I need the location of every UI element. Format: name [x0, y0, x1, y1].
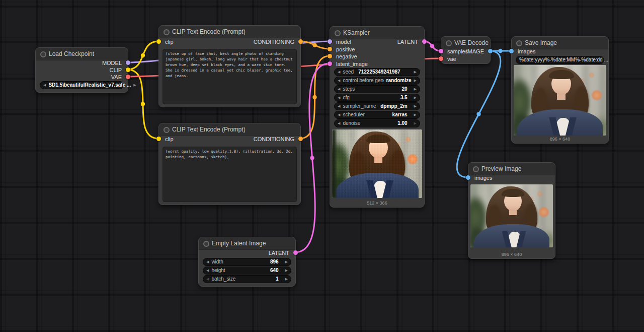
height-widget[interactable]: ◀ height 640 ▶	[203, 267, 291, 275]
input-slot-model[interactable]	[328, 39, 332, 44]
input-label-negative: negative	[336, 53, 357, 59]
node-title-bar[interactable]: VAE Decode	[441, 37, 490, 49]
widget-label: height	[211, 267, 225, 274]
output-slot-conditioning[interactable]	[298, 39, 303, 44]
node-title: Save Image	[525, 37, 557, 49]
node-save-image[interactable]: Save Image images %date:yyyy%-%date:MM%-…	[511, 36, 609, 144]
node-load-checkpoint[interactable]: Load Checkpoint MODEL CLIP VAE ◀ SD1.5\b…	[35, 47, 128, 93]
link-midpoint-dot	[141, 53, 145, 57]
decrement-arrow-icon[interactable]: ◀	[338, 69, 340, 76]
widget-label: scheduler	[343, 111, 364, 118]
next-arrow-icon[interactable]: ▶	[133, 82, 136, 89]
collapse-dot-icon[interactable]	[446, 40, 452, 46]
saved-image-preview	[514, 65, 606, 136]
steps-widget[interactable]: ◀ steps 20 ▶	[334, 85, 420, 93]
decrement-arrow-icon[interactable]: ◀	[206, 258, 209, 265]
node-clip-text-encode-negative[interactable]: CLIP Text Encode (Prompt) clip CONDITION…	[158, 123, 301, 205]
output-slot-latent[interactable]	[293, 250, 298, 255]
output-slot-conditioning[interactable]	[298, 137, 303, 141]
control-after-generate-widget[interactable]: ◀ control before genera... randomize ▶	[334, 77, 420, 85]
cfg-widget[interactable]: ◀ cfg 3.5 ▶	[334, 94, 420, 102]
node-title-bar[interactable]: Load Checkpoint	[36, 48, 128, 60]
next-arrow-icon[interactable]: ▶	[414, 103, 417, 110]
collapse-dot-icon[interactable]	[335, 30, 341, 36]
output-slot-clip[interactable]	[126, 68, 130, 72]
collapse-dot-icon[interactable]	[203, 241, 209, 247]
collapse-dot-icon[interactable]	[40, 51, 46, 57]
increment-arrow-icon[interactable]: ▶	[285, 258, 288, 265]
increment-arrow-icon[interactable]: ▶	[414, 94, 417, 101]
node-title-bar[interactable]: CLIP Text Encode (Prompt)	[159, 26, 300, 38]
input-label-samples: samples	[447, 48, 468, 54]
output-slot-image[interactable]	[488, 49, 493, 53]
node-title: KSampler	[343, 27, 370, 39]
decrement-arrow-icon[interactable]: ◀	[206, 276, 209, 283]
increment-arrow-icon[interactable]: ▶	[285, 267, 288, 274]
filename-prefix-widget[interactable]: %date:yyyy%-%date:MM%-%date:dd ...	[516, 56, 604, 64]
input-label-images: images	[474, 175, 492, 181]
collapse-dot-icon[interactable]	[164, 127, 170, 133]
collapse-dot-icon[interactable]	[516, 40, 522, 46]
increment-arrow-icon[interactable]: ▶	[414, 120, 417, 127]
node-title: VAE Decode	[454, 37, 489, 49]
increment-arrow-icon[interactable]: ▶	[285, 276, 288, 283]
output-slot-latent[interactable]	[422, 39, 427, 44]
increment-arrow-icon[interactable]: ▶	[414, 77, 417, 84]
node-title-bar[interactable]: CLIP Text Encode (Prompt)	[159, 123, 300, 136]
input-slot-positive[interactable]	[328, 47, 332, 51]
link-midpoint-dot	[498, 49, 502, 53]
output-label-image: IMAGE	[466, 48, 484, 54]
decrement-arrow-icon[interactable]: ◀	[338, 77, 340, 84]
decrement-arrow-icon[interactable]: ◀	[206, 267, 209, 274]
node-title-bar[interactable]: Preview Image	[468, 163, 555, 175]
input-slot-samples[interactable]	[439, 49, 443, 53]
input-slot-vae[interactable]	[439, 56, 443, 61]
node-empty-latent-image[interactable]: Empty Latent Image LATENT ◀ width 896 ▶ …	[198, 237, 296, 287]
increment-arrow-icon[interactable]: ▶	[414, 69, 417, 76]
increment-arrow-icon[interactable]: ▶	[414, 86, 417, 93]
negative-prompt-textarea[interactable]: (worst quality, low quality:1.8), (illus…	[163, 147, 297, 202]
decrement-arrow-icon[interactable]: ◀	[338, 86, 340, 93]
node-title-bar[interactable]: KSampler	[330, 27, 424, 39]
scheduler-widget[interactable]: ◀ scheduler karras ▶	[334, 111, 420, 119]
prev-arrow-icon[interactable]: ◀	[338, 111, 340, 118]
link-midpoint-dot	[310, 156, 314, 160]
node-graph-canvas[interactable]: Load Checkpoint MODEL CLIP VAE ◀ SD1.5\b…	[0, 0, 644, 332]
width-widget[interactable]: ◀ width 896 ▶	[203, 258, 291, 266]
preview-image-preview	[470, 184, 553, 247]
decrement-arrow-icon[interactable]: ◀	[338, 94, 340, 101]
input-slot-negative[interactable]	[328, 54, 332, 58]
node-title-bar[interactable]: Empty Latent Image	[199, 237, 295, 250]
input-slot-clip[interactable]	[156, 39, 161, 44]
prev-arrow-icon[interactable]: ◀	[43, 82, 46, 89]
collapse-dot-icon[interactable]	[164, 29, 170, 35]
link-midpoint-dot	[430, 44, 434, 48]
output-slot-vae[interactable]	[126, 75, 130, 79]
input-slot-images[interactable]	[466, 175, 470, 180]
input-label-model: model	[336, 39, 351, 45]
seed-widget[interactable]: ◀ seed 712225349241987 ▶	[334, 68, 420, 76]
widget-label: denoise	[343, 120, 360, 127]
collapse-dot-icon[interactable]	[473, 166, 479, 172]
input-slot-latent-image[interactable]	[328, 61, 332, 66]
sampler-name-widget[interactable]: ◀ sampler_name dpmpp_2m ▶	[334, 102, 420, 110]
next-arrow-icon[interactable]: ▶	[414, 111, 417, 118]
decrement-arrow-icon[interactable]: ◀	[338, 120, 340, 127]
positive-prompt-textarea[interactable]: (close up of face shot, best angle photo…	[163, 49, 297, 104]
ckpt-name-combo[interactable]: ◀ SD1.5\beautifulRealistic_v7.safe ... ▶	[40, 81, 124, 89]
node-title: Preview Image	[481, 163, 521, 175]
widget-label: steps	[343, 86, 355, 93]
node-vae-decode[interactable]: VAE Decode samples vae IMAGE	[441, 36, 491, 64]
input-slot-images[interactable]	[509, 49, 514, 53]
node-preview-image[interactable]: Preview Image images 896 × 640	[468, 162, 555, 259]
denoise-widget[interactable]: ◀ denoise 1.00 ▶	[334, 119, 420, 127]
link-midpoint-dot	[312, 95, 316, 99]
input-slot-clip[interactable]	[156, 137, 161, 141]
widget-value: randomize	[386, 77, 412, 84]
node-title-bar[interactable]: Save Image	[512, 37, 608, 49]
output-slot-model[interactable]	[126, 60, 130, 65]
batch-size-widget[interactable]: ◀ batch_size 1 ▶	[203, 275, 291, 283]
prev-arrow-icon[interactable]: ◀	[338, 103, 340, 110]
node-clip-text-encode-positive[interactable]: CLIP Text Encode (Prompt) clip CONDITION…	[158, 25, 301, 107]
node-ksampler[interactable]: KSampler model positive negative latent_…	[330, 26, 425, 208]
